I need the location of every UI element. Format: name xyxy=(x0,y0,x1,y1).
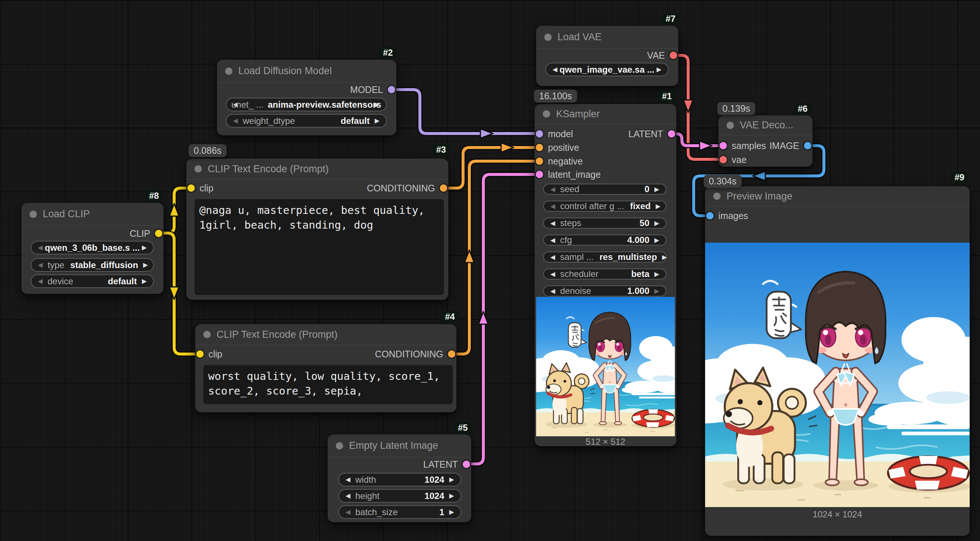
prompt-textarea[interactable]: worst quality, low quality, score_1, sco… xyxy=(203,365,453,404)
widget-denoise[interactable]: ◀ denoise 1.000 ▶ xyxy=(543,286,667,297)
model-port-icon[interactable] xyxy=(388,86,395,93)
increment-icon[interactable]: ▶ xyxy=(652,186,661,193)
conditioning-port-icon[interactable] xyxy=(536,157,543,165)
input-port-vae[interactable]: vae xyxy=(718,155,813,165)
increment-icon[interactable]: ▶ xyxy=(652,219,661,227)
ksampler-preview-image[interactable] xyxy=(536,297,675,436)
node-load-clip[interactable]: Load CLIP CLIP ◀ qwen_3_06b_base.s ... ▶… xyxy=(21,203,164,294)
model-port-icon[interactable] xyxy=(536,130,543,138)
clip-port-icon[interactable] xyxy=(155,230,162,237)
decrement-icon[interactable]: ◀ xyxy=(548,253,557,261)
vae-port-icon[interactable] xyxy=(670,52,677,59)
decrement-icon[interactable]: ◀ xyxy=(548,219,557,227)
widget-scheduler[interactable]: ◀ scheduler beta ▶ xyxy=(543,268,667,279)
widget-control-after-generate[interactable]: ◀ control after g ... fixed ▶ xyxy=(543,201,667,212)
collapse-dot-icon[interactable] xyxy=(194,165,202,173)
node-load-vae[interactable]: Load VAE VAE ◀ qwen_image_vae.sa ... ▶ xyxy=(536,26,678,86)
latent-port-icon[interactable] xyxy=(668,130,675,138)
widget-clip-name[interactable]: ◀ qwen_3_06b_base.s ... ▶ xyxy=(30,241,154,254)
output-port-vae[interactable]: VAE xyxy=(536,51,678,60)
increment-icon[interactable]: ▶ xyxy=(655,66,663,73)
widget-batch-size[interactable]: ◀ batch_size 1 ▶ xyxy=(338,505,461,519)
node-header[interactable]: CLIP Text Encode (Prompt) xyxy=(186,159,448,179)
node-clip-text-encode-positive[interactable]: CLIP Text Encode (Prompt) clip CONDITION… xyxy=(186,159,448,300)
comfyui-graph-canvas[interactable]: Load Diffusion Model MODEL ◀ unet_ ... a… xyxy=(0,0,980,541)
port-row-model-latent[interactable]: model LATENT xyxy=(535,129,676,139)
result-preview-image[interactable] xyxy=(705,243,970,507)
increment-icon[interactable]: ▶ xyxy=(660,253,669,261)
output-port-latent[interactable]: LATENT xyxy=(328,460,471,469)
node-empty-latent-image[interactable]: Empty Latent Image LATENT ◀ width 1024 ▶… xyxy=(328,435,471,522)
node-header[interactable]: Load VAE xyxy=(536,26,678,49)
widget-seed[interactable]: ◀ seed 0 ▶ xyxy=(543,184,667,195)
input-port-negative[interactable]: negative xyxy=(535,156,676,166)
node-header[interactable]: Empty Latent Image xyxy=(328,435,471,457)
image-port-icon[interactable] xyxy=(804,142,811,149)
clip-port-icon[interactable] xyxy=(188,184,195,192)
increment-icon[interactable]: ▶ xyxy=(447,476,456,484)
latent-port-icon[interactable] xyxy=(536,171,543,178)
increment-icon[interactable]: ▶ xyxy=(373,117,382,125)
widget-unet-name[interactable]: ◀ unet_ ... anima-preview.safetensors ▶ xyxy=(226,98,387,111)
widget-device[interactable]: ◀ device default ▶ xyxy=(30,274,154,288)
input-port-positive[interactable]: positive xyxy=(535,143,676,152)
prompt-textarea[interactable]: @naga u, masterpiece, best quality, 1gir… xyxy=(194,199,444,295)
clip-port-icon[interactable] xyxy=(196,351,204,358)
vae-port-icon[interactable] xyxy=(719,156,727,163)
collapse-dot-icon[interactable] xyxy=(543,110,550,117)
conditioning-port-icon[interactable] xyxy=(448,351,455,358)
decrement-icon[interactable]: ◀ xyxy=(36,261,45,269)
node-ksampler[interactable]: KSampler model LATENT positive negative … xyxy=(535,104,676,446)
increment-icon[interactable]: ▶ xyxy=(141,261,150,269)
collapse-dot-icon[interactable] xyxy=(713,192,721,200)
node-header[interactable]: Preview Image xyxy=(705,186,970,206)
node-header[interactable]: VAE Deco... xyxy=(718,116,813,135)
decrement-icon[interactable]: ◀ xyxy=(344,476,352,484)
widget-vae-name[interactable]: ◀ qwen_image_vae.sa ... ▶ xyxy=(545,63,668,76)
port-row-clip-conditioning[interactable]: clip CONDITIONING xyxy=(186,183,448,193)
decrement-icon[interactable]: ◀ xyxy=(550,66,559,73)
decrement-icon[interactable]: ◀ xyxy=(548,270,557,278)
increment-icon[interactable]: ▶ xyxy=(140,277,149,285)
collapse-dot-icon[interactable] xyxy=(544,33,552,41)
node-header[interactable]: Load CLIP xyxy=(21,203,164,226)
widget-width[interactable]: ◀ width 1024 ▶ xyxy=(338,473,461,486)
conditioning-port-icon[interactable] xyxy=(536,144,543,151)
node-clip-text-encode-negative[interactable]: CLIP Text Encode (Prompt) clip CONDITION… xyxy=(195,324,457,412)
increment-icon[interactable]: ▶ xyxy=(447,508,456,516)
collapse-dot-icon[interactable] xyxy=(203,331,211,338)
collapse-dot-icon[interactable] xyxy=(727,122,734,129)
input-port-images[interactable]: images xyxy=(705,211,970,221)
node-header[interactable]: CLIP Text Encode (Prompt) xyxy=(195,324,457,345)
output-port-clip[interactable]: CLIP xyxy=(21,228,164,238)
image-port-icon[interactable] xyxy=(706,212,714,219)
node-header[interactable]: Load Diffusion Model xyxy=(217,60,396,82)
collapse-dot-icon[interactable] xyxy=(336,442,343,449)
widget-height[interactable]: ◀ height 1024 ▶ xyxy=(338,489,461,503)
widget-cfg[interactable]: ◀ cfg 4.000 ▶ xyxy=(543,235,667,246)
increment-icon[interactable]: ▶ xyxy=(652,270,661,278)
conditioning-port-icon[interactable] xyxy=(440,184,447,192)
decrement-icon[interactable]: ◀ xyxy=(344,492,352,500)
decrement-icon[interactable]: ◀ xyxy=(548,236,557,244)
decrement-icon[interactable]: ◀ xyxy=(231,117,240,125)
node-vae-decode[interactable]: VAE Deco... samples IMAGE vae xyxy=(718,116,813,167)
port-row-samples-image[interactable]: samples IMAGE xyxy=(718,141,813,151)
decrement-icon[interactable]: ◀ xyxy=(548,287,557,295)
port-row-clip-conditioning[interactable]: clip CONDITIONING xyxy=(195,349,457,359)
decrement-icon[interactable]: ◀ xyxy=(36,277,45,285)
decrement-icon[interactable]: ◀ xyxy=(548,186,557,193)
increment-icon[interactable]: ▶ xyxy=(654,203,662,210)
increment-icon[interactable]: ▶ xyxy=(447,492,456,500)
output-port-model[interactable]: MODEL xyxy=(217,85,396,94)
widget-steps[interactable]: ◀ steps 50 ▶ xyxy=(543,217,667,228)
widget-type[interactable]: ◀ type stable_diffusion ▶ xyxy=(30,258,154,272)
widget-sampler-name[interactable]: ◀ sampl ... res_multistep ▶ xyxy=(543,252,667,263)
decrement-icon[interactable]: ◀ xyxy=(36,244,45,252)
increment-icon[interactable]: ▶ xyxy=(373,101,382,108)
input-port-latent-image[interactable]: latent_image xyxy=(535,170,676,179)
increment-icon[interactable]: ▶ xyxy=(652,287,661,295)
node-preview-image[interactable]: Preview Image images 1024 × 1024 xyxy=(705,186,970,536)
decrement-icon[interactable]: ◀ xyxy=(548,203,557,210)
decrement-icon[interactable]: ◀ xyxy=(344,508,352,516)
